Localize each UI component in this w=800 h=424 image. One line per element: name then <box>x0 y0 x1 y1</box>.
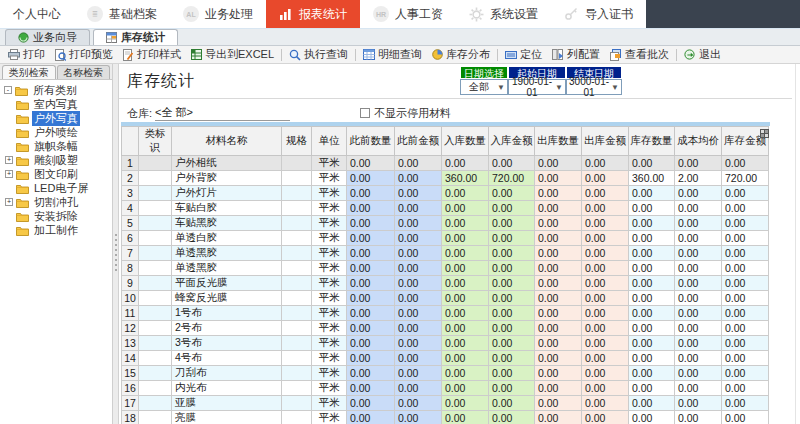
col-header-material-name[interactable]: 材料名称 <box>172 127 282 156</box>
cell[interactable] <box>139 186 172 201</box>
cell[interactable]: 18 <box>122 411 139 424</box>
cell[interactable]: 10 <box>122 291 139 306</box>
cell[interactable]: 0.00 <box>629 291 675 306</box>
cell[interactable] <box>282 156 312 171</box>
tree-item-1[interactable]: 室内写真 <box>2 97 112 111</box>
cell[interactable]: 720.00 <box>489 171 535 186</box>
cell[interactable]: 单透黑胶 <box>172 246 282 261</box>
cell[interactable] <box>282 261 312 276</box>
cell[interactable]: 平米 <box>312 291 347 306</box>
print-preview-button[interactable]: 打印预览 <box>50 47 118 63</box>
cell[interactable]: 0.00 <box>395 306 442 321</box>
cell[interactable]: 0.00 <box>347 396 395 411</box>
cell[interactable] <box>282 321 312 336</box>
table-row[interactable]: 4车贴白胶平米0.000.000.000.000.000.000.000.000… <box>122 201 769 216</box>
cell[interactable]: 1号布 <box>172 306 282 321</box>
cell[interactable] <box>282 246 312 261</box>
cell[interactable] <box>282 336 312 351</box>
cell[interactable]: 平米 <box>312 411 347 424</box>
cell[interactable]: 0.00 <box>675 381 722 396</box>
cell[interactable]: 0.00 <box>582 366 629 381</box>
cell[interactable]: 15 <box>122 366 139 381</box>
cell[interactable]: 0.00 <box>675 246 722 261</box>
cell[interactable]: 0.00 <box>675 276 722 291</box>
cell[interactable]: 0.00 <box>722 216 769 231</box>
cell[interactable] <box>282 171 312 186</box>
cell[interactable] <box>139 231 172 246</box>
cell[interactable]: 0.00 <box>535 156 582 171</box>
cell[interactable]: 0.00 <box>535 291 582 306</box>
print-button[interactable]: 打印 <box>3 47 50 63</box>
expand-icon[interactable]: + <box>5 170 13 178</box>
cell[interactable]: 户外背胶 <box>172 171 282 186</box>
cell[interactable]: 3号布 <box>172 336 282 351</box>
cell[interactable] <box>282 396 312 411</box>
cell[interactable]: 0.00 <box>675 291 722 306</box>
cell[interactable]: 0.00 <box>629 216 675 231</box>
table-row[interactable]: 16内光布平米0.000.000.000.000.000.000.000.000… <box>122 381 769 396</box>
cell[interactable] <box>139 306 172 321</box>
cell[interactable] <box>282 276 312 291</box>
cell[interactable]: 0.00 <box>535 246 582 261</box>
tab-category-search[interactable]: 类别检索 <box>2 65 56 79</box>
table-row[interactable]: 9平面反光膜平米0.000.000.000.000.000.000.000.00… <box>122 276 769 291</box>
cell[interactable] <box>139 156 172 171</box>
cell[interactable]: 内光布 <box>172 381 282 396</box>
cell[interactable]: 0.00 <box>722 186 769 201</box>
cell[interactable]: 0.00 <box>347 321 395 336</box>
cell[interactable]: 平米 <box>312 381 347 396</box>
cell[interactable]: 0.00 <box>629 336 675 351</box>
cell[interactable]: 亚膜 <box>172 396 282 411</box>
cell[interactable]: 0.00 <box>722 381 769 396</box>
cell[interactable]: 0.00 <box>347 351 395 366</box>
cell[interactable]: 0.00 <box>442 396 489 411</box>
cell[interactable]: 8 <box>122 261 139 276</box>
cell[interactable]: 0.00 <box>347 156 395 171</box>
cell[interactable]: 平米 <box>312 201 347 216</box>
cell[interactable]: 0.00 <box>582 246 629 261</box>
hide-disabled-checkbox[interactable]: 不显示停用材料 <box>360 106 451 121</box>
warehouse-input[interactable]: <全 部> <box>155 105 290 121</box>
cell[interactable]: 平米 <box>312 351 347 366</box>
cell[interactable]: 0.00 <box>442 246 489 261</box>
cell[interactable]: 0.00 <box>395 201 442 216</box>
cell[interactable]: 0.00 <box>629 246 675 261</box>
cell[interactable]: 0.00 <box>722 156 769 171</box>
cell[interactable]: 0.00 <box>629 351 675 366</box>
col-header-prev-amount[interactable]: 此前金额 <box>395 127 442 156</box>
cell[interactable]: 720.00 <box>722 171 769 186</box>
cell[interactable]: 0.00 <box>489 246 535 261</box>
menu-item-personal-center[interactable]: 个人中心 <box>0 0 74 28</box>
cell[interactable]: 0.00 <box>442 321 489 336</box>
cell[interactable]: 0.00 <box>535 216 582 231</box>
cell[interactable]: 0.00 <box>535 171 582 186</box>
table-row[interactable]: 10蜂窝反光膜平米0.000.000.000.000.000.000.000.0… <box>122 291 769 306</box>
col-header-out-amount[interactable]: 出库金额 <box>582 127 629 156</box>
tree-item-2[interactable]: 户外写真 <box>2 111 112 125</box>
print-style-button[interactable]: 打印样式 <box>118 47 186 63</box>
table-row[interactable]: 144号布平米0.000.000.000.000.000.000.000.000… <box>122 351 769 366</box>
cell[interactable]: 0.00 <box>535 201 582 216</box>
cell[interactable]: 2.00 <box>675 171 722 186</box>
col-header-spec[interactable]: 规格 <box>282 127 312 156</box>
cell[interactable]: 0.00 <box>395 381 442 396</box>
cell[interactable]: 0.00 <box>442 291 489 306</box>
cell[interactable]: 0.00 <box>347 366 395 381</box>
cell[interactable]: 0.00 <box>582 306 629 321</box>
cell[interactable] <box>139 201 172 216</box>
col-header-stock-qty[interactable]: 库存数量 <box>629 127 675 156</box>
cell[interactable]: 0.00 <box>582 216 629 231</box>
collapse-icon[interactable]: - <box>4 86 12 94</box>
cell[interactable]: 0.00 <box>722 306 769 321</box>
cell[interactable]: 0.00 <box>582 201 629 216</box>
cell[interactable]: 0.00 <box>722 291 769 306</box>
inventory-distribution-button[interactable]: 库存分布 <box>427 47 495 63</box>
cell[interactable]: 蜂窝反光膜 <box>172 291 282 306</box>
cell[interactable]: 0.00 <box>395 321 442 336</box>
cell[interactable]: 0.00 <box>489 186 535 201</box>
cell[interactable]: 平米 <box>312 306 347 321</box>
menu-item-basic-archives[interactable]: ≣ 基础档案 <box>74 0 170 28</box>
grid-customize-icon[interactable] <box>760 129 769 138</box>
cell[interactable]: 0.00 <box>535 351 582 366</box>
cell[interactable]: 0.00 <box>629 231 675 246</box>
